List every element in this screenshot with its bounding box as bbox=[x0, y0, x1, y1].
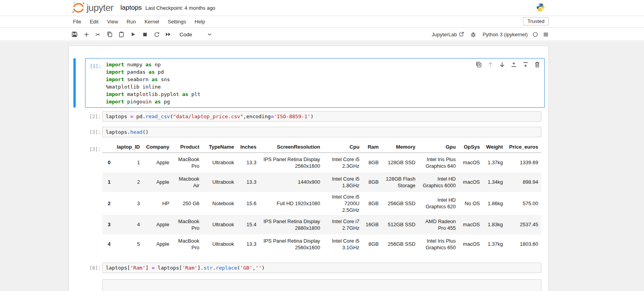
jupyter-logo: jupyter bbox=[72, 2, 114, 14]
table-cell: 256GB SSD bbox=[382, 234, 418, 254]
notebook-scroll-area[interactable]: [1]: import numpy as npimport pandas as … bbox=[0, 41, 644, 291]
table-cell: 256GB SSD bbox=[382, 192, 418, 215]
table-cell: Ultrabook bbox=[203, 172, 237, 192]
restart-icon bbox=[154, 32, 160, 37]
copy-icon bbox=[107, 31, 113, 37]
input-prompt: [1]: bbox=[85, 61, 101, 105]
menu-edit[interactable]: Edit bbox=[85, 17, 103, 27]
table-cell: 15.4 bbox=[237, 215, 260, 234]
menu-run[interactable]: Run bbox=[122, 17, 140, 27]
table-cell: Intel Core i5 3.1GHz bbox=[323, 234, 363, 254]
table-cell: 8GB bbox=[363, 234, 382, 254]
table-cell: Macbook Air bbox=[173, 172, 203, 192]
table-cell: Apple bbox=[143, 172, 172, 192]
trusted-button[interactable]: Trusted bbox=[523, 17, 549, 25]
column-header: Weight bbox=[483, 141, 506, 153]
cut-cell-button[interactable]: ✂ bbox=[92, 29, 104, 39]
notebook-title[interactable]: laptops bbox=[121, 4, 142, 12]
kernel-name[interactable]: Python 3 (ipykernel) bbox=[482, 32, 528, 37]
column-header: TypeName bbox=[203, 141, 237, 153]
table-cell: Intel HD Graphics 620 bbox=[418, 192, 459, 215]
table-cell: 128GB SSD bbox=[382, 153, 418, 172]
copy-cell-button[interactable] bbox=[104, 29, 116, 39]
table-cell: 2 bbox=[114, 172, 143, 192]
delete-cell-button[interactable] bbox=[534, 61, 541, 68]
insert-cell-above-button[interactable] bbox=[511, 61, 517, 68]
code-cell-2: [2]: laptops = pd.read_csv("data/laptop_… bbox=[85, 111, 541, 122]
table-cell: 1.86kg bbox=[483, 192, 506, 215]
table-cell: Full HD 1920x1080 bbox=[260, 192, 323, 215]
external-link-icon[interactable] bbox=[459, 32, 464, 37]
table-cell: 13.3 bbox=[237, 153, 260, 172]
output-prompt: [3]: bbox=[85, 141, 101, 254]
fast-forward-icon bbox=[165, 32, 171, 37]
code-editor[interactable]: laptops = pd.read_csv("data/laptop_price… bbox=[102, 111, 541, 122]
table-cell: 16GB bbox=[363, 215, 382, 234]
table-cell: MacBook Pro bbox=[173, 153, 203, 172]
input-prompt: [8]: bbox=[85, 263, 101, 273]
code-editor[interactable] bbox=[102, 279, 541, 291]
move-cell-up-button[interactable] bbox=[487, 61, 494, 68]
save-button[interactable] bbox=[69, 29, 80, 39]
table-cell: Intel Core i7 2.7GHz bbox=[323, 215, 363, 234]
table-cell: MacBook Pro bbox=[173, 215, 203, 234]
menu-file[interactable]: File bbox=[69, 17, 85, 27]
table-cell: Apple bbox=[143, 234, 172, 254]
table-cell: macOS bbox=[459, 172, 483, 192]
menu-settings[interactable]: Settings bbox=[164, 17, 190, 27]
restart-kernel-button[interactable] bbox=[151, 29, 162, 39]
code-editor[interactable]: laptops['Ram'] = laptops['Ram'].str.repl… bbox=[102, 263, 541, 273]
table-cell: 1.37kg bbox=[483, 153, 506, 172]
menu-view[interactable]: View bbox=[103, 17, 122, 27]
table-cell: 1803.60 bbox=[506, 234, 541, 254]
restart-run-all-button[interactable] bbox=[162, 29, 174, 39]
table-cell: 1.34kg bbox=[483, 172, 506, 192]
jupyterlab-link[interactable]: JupyterLab bbox=[432, 32, 457, 37]
table-cell: IPS Panel Retina Display 2560x1600 bbox=[260, 234, 323, 254]
cell-selection-bar[interactable] bbox=[73, 58, 76, 108]
table-cell: IPS Panel Retina Display 2880x1800 bbox=[260, 215, 323, 234]
run-cell-button[interactable] bbox=[127, 29, 139, 39]
table-cell: 8GB bbox=[363, 192, 382, 215]
chevron-down-icon bbox=[207, 32, 212, 37]
hamburger-menu-icon[interactable] bbox=[543, 32, 549, 37]
code-cell-partial bbox=[85, 279, 541, 291]
move-cell-down-button[interactable] bbox=[499, 61, 505, 68]
menu-bar: File Edit View Run Kernel Settings Help … bbox=[0, 16, 644, 28]
table-cell: Ultrabook bbox=[203, 234, 237, 254]
debugger-bug-icon[interactable] bbox=[470, 32, 476, 37]
table-cell: Apple bbox=[143, 215, 172, 234]
table-cell: macOS bbox=[459, 153, 483, 172]
menu-kernel[interactable]: Kernel bbox=[140, 17, 164, 27]
duplicate-cell-button[interactable] bbox=[475, 61, 482, 68]
table-cell: 2537.45 bbox=[506, 215, 541, 234]
table-cell: AMD Radeon Pro 455 bbox=[418, 215, 459, 234]
code-editor[interactable]: laptops.head() bbox=[102, 127, 541, 137]
table-cell: 15.6 bbox=[237, 192, 260, 215]
table-cell: Intel Core i5 7200U 2.5GHz bbox=[323, 192, 363, 215]
code-line: laptops = pd.read_csv("data/laptop_price… bbox=[106, 113, 538, 120]
column-header: Inches bbox=[237, 141, 260, 153]
menu-help[interactable]: Help bbox=[190, 17, 210, 27]
code-cell-1: [1]: import numpy as npimport pandas as … bbox=[85, 58, 545, 108]
interrupt-kernel-button[interactable] bbox=[139, 29, 151, 39]
table-cell: Intel Core i5 1.8GHz bbox=[323, 172, 363, 192]
paste-cell-button[interactable] bbox=[116, 29, 127, 39]
table-cell: 8GB bbox=[363, 153, 382, 172]
scissors-icon: ✂ bbox=[96, 32, 101, 37]
cell-type-dropdown[interactable]: Code bbox=[180, 32, 212, 37]
header-bar: jupyter laptops Last Checkpoint: 4 month… bbox=[0, 0, 644, 16]
insert-cell-below-button[interactable] bbox=[522, 61, 529, 68]
column-header: Ram bbox=[363, 141, 382, 153]
column-header: Cpu bbox=[323, 141, 363, 153]
table-cell: 13.3 bbox=[237, 234, 260, 254]
table-cell: 512GB SSD bbox=[382, 215, 418, 234]
table-cell: 250 G6 bbox=[173, 192, 203, 215]
row-index: 4 bbox=[102, 234, 114, 254]
table-cell: 575.00 bbox=[506, 192, 541, 215]
column-header: ScreenResolution bbox=[260, 141, 323, 153]
table-cell: Ultrabook bbox=[203, 215, 237, 234]
insert-cell-button[interactable] bbox=[80, 29, 92, 39]
row-index: 1 bbox=[102, 172, 114, 192]
run-icon bbox=[130, 32, 136, 37]
